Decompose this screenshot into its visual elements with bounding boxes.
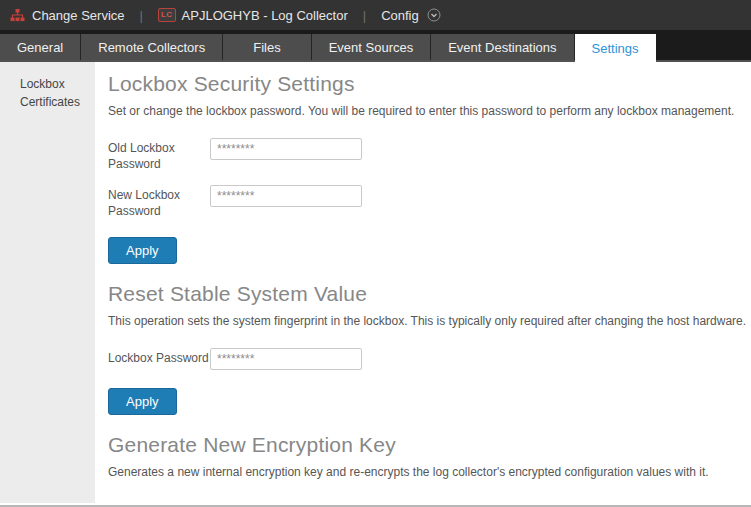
tab-remote-collectors[interactable]: Remote Collectors bbox=[81, 34, 223, 60]
topbar-separator: | bbox=[363, 8, 366, 23]
tab-files[interactable]: Files bbox=[223, 34, 311, 60]
config-view-dropdown[interactable]: Config bbox=[381, 8, 441, 23]
section-title: Reset Stable System Value bbox=[108, 282, 751, 306]
settings-sidebar: Lockbox Certificates bbox=[0, 62, 95, 503]
app-window: Change Service | LC APJLOGHYB - Log Coll… bbox=[0, 0, 751, 507]
tab-general[interactable]: General bbox=[0, 34, 81, 60]
new-lockbox-password-input[interactable] bbox=[210, 185, 362, 207]
lockbox-password-label: Lockbox Password bbox=[108, 348, 210, 370]
config-tabbar: General Remote Collectors Files Event So… bbox=[0, 30, 751, 62]
section-title: Generate New Encryption Key bbox=[108, 433, 751, 457]
section-generate-encryption-key: Generate New Encryption Key Generates a … bbox=[108, 433, 751, 507]
lockbox-password-row: Lockbox Password bbox=[108, 348, 751, 370]
service-name-label: APJLOGHYB - Log Collector bbox=[182, 8, 348, 23]
apply-lockbox-security-button[interactable]: Apply bbox=[108, 237, 177, 264]
tab-settings[interactable]: Settings bbox=[575, 34, 656, 62]
change-service-label: Change Service bbox=[32, 8, 125, 23]
old-lockbox-password-row: Old Lockbox Password bbox=[108, 138, 751, 172]
new-lockbox-password-row: New Lockbox Password bbox=[108, 185, 751, 219]
change-service-button[interactable]: Change Service bbox=[10, 8, 125, 23]
chevron-down-circle-icon bbox=[427, 8, 441, 22]
tab-event-destinations[interactable]: Event Destinations bbox=[431, 34, 574, 60]
apply-reset-stable-system-button[interactable]: Apply bbox=[108, 388, 177, 415]
tab-event-sources[interactable]: Event Sources bbox=[312, 34, 432, 60]
section-reset-stable-system-value: Reset Stable System Value This operation… bbox=[108, 282, 751, 427]
topbar-separator: | bbox=[140, 8, 143, 23]
section-title: Lockbox Security Settings bbox=[108, 72, 751, 96]
lockbox-settings-panel: Lockbox Security Settings Set or change … bbox=[95, 62, 751, 503]
service-name[interactable]: LC APJLOGHYB - Log Collector bbox=[158, 8, 348, 23]
section-description: Generates a new internal encryption key … bbox=[108, 465, 751, 479]
sidebar-item-certificates[interactable]: Certificates bbox=[20, 93, 95, 111]
settings-body: Lockbox Certificates Lockbox Security Se… bbox=[0, 62, 751, 503]
section-description: Set or change the lockbox password. You … bbox=[108, 104, 751, 118]
log-collector-badge-icon: LC bbox=[158, 8, 176, 22]
old-lockbox-password-label: Old Lockbox Password bbox=[108, 138, 210, 172]
section-description: This operation sets the system fingerpri… bbox=[108, 314, 751, 328]
section-lockbox-security: Lockbox Security Settings Set or change … bbox=[108, 72, 751, 276]
topbar: Change Service | LC APJLOGHYB - Log Coll… bbox=[0, 0, 751, 30]
lockbox-password-input[interactable] bbox=[210, 348, 362, 370]
config-view-label: Config bbox=[381, 8, 419, 23]
new-lockbox-password-label: New Lockbox Password bbox=[108, 185, 210, 219]
sitemap-icon bbox=[10, 9, 25, 22]
sidebar-item-lockbox[interactable]: Lockbox bbox=[20, 75, 95, 93]
old-lockbox-password-input[interactable] bbox=[210, 138, 362, 160]
